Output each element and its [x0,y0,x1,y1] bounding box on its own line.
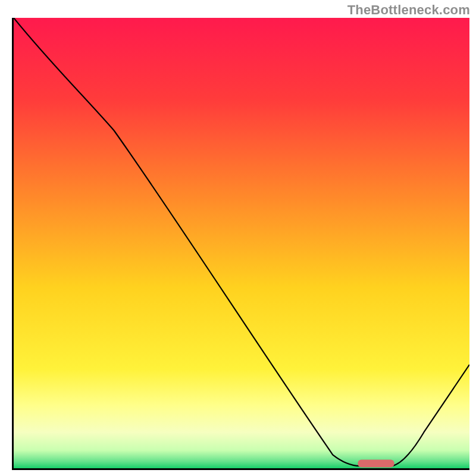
optimum-marker [358,459,394,467]
chart-plot-area [12,18,469,470]
watermark-text: TheBottleneck.com [347,2,470,18]
gradient-background [14,18,469,468]
chart-svg [14,18,469,468]
